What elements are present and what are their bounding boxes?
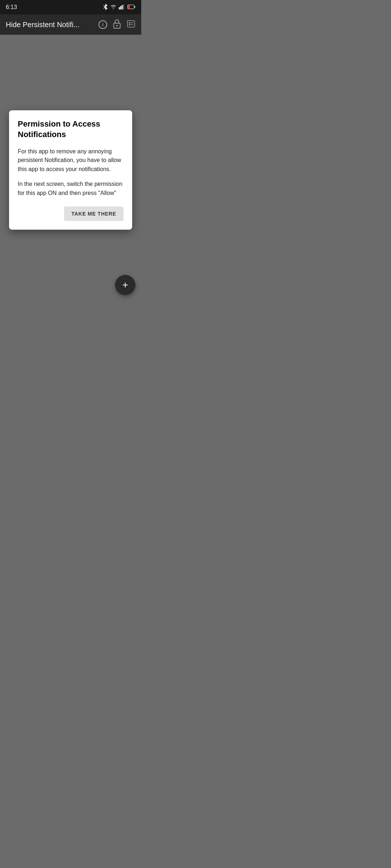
- signal-icon: [119, 4, 125, 10]
- status-bar: 6:13: [0, 0, 141, 14]
- svg-point-8: [116, 25, 118, 26]
- svg-rect-3: [123, 4, 124, 9]
- lock-icon[interactable]: [113, 19, 121, 30]
- list-icon[interactable]: [127, 20, 135, 30]
- wifi-icon: [110, 4, 117, 10]
- app-bar: Hide Persistent Notifi... i: [0, 14, 141, 35]
- fab-button[interactable]: +: [115, 275, 135, 295]
- app-bar-icons: i: [98, 19, 135, 30]
- svg-rect-2: [122, 5, 123, 9]
- bluetooth-icon: [103, 4, 108, 11]
- dialog-overlay: Permission to Access Notifications For t…: [0, 35, 141, 305]
- svg-rect-6: [128, 5, 130, 9]
- svg-rect-12: [129, 24, 130, 25]
- svg-rect-13: [131, 24, 133, 25]
- svg-rect-1: [120, 6, 121, 9]
- svg-rect-10: [129, 22, 130, 24]
- dialog-actions: TAKE ME THERE: [18, 207, 123, 221]
- info-icon[interactable]: i: [98, 20, 107, 29]
- dialog-body-first: For this app to remove any annoying pers…: [18, 147, 123, 174]
- battery-icon: [127, 4, 135, 10]
- dialog-body-second: In the next screen, switch the permissio…: [18, 180, 123, 198]
- permission-dialog: Permission to Access Notifications For t…: [9, 110, 132, 229]
- fab-plus-icon: +: [122, 280, 128, 290]
- take-me-there-button[interactable]: TAKE ME THERE: [64, 207, 123, 221]
- svg-rect-11: [131, 22, 133, 23]
- info-circle[interactable]: i: [98, 20, 107, 29]
- svg-rect-9: [127, 21, 135, 27]
- svg-rect-0: [119, 7, 120, 9]
- status-time: 6:13: [6, 4, 17, 10]
- app-bar-title: Hide Persistent Notifi...: [6, 21, 94, 29]
- status-icons: [103, 4, 135, 11]
- main-content: Permission to Access Notifications For t…: [0, 35, 141, 305]
- svg-rect-5: [134, 6, 135, 8]
- dialog-title: Permission to Access Notifications: [18, 119, 123, 140]
